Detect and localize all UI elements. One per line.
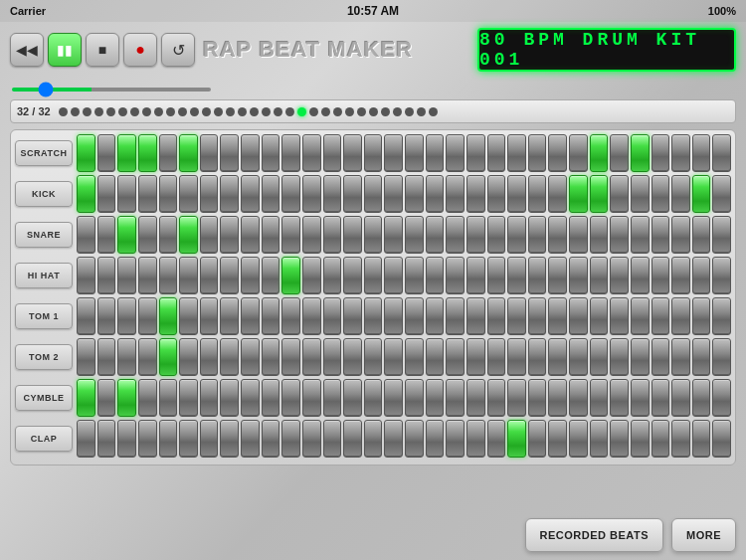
beat-cell[interactable]	[220, 257, 239, 294]
beat-cell[interactable]	[179, 134, 198, 172]
beat-cell[interactable]	[117, 134, 136, 172]
beat-cell[interactable]	[384, 338, 403, 376]
beat-cell[interactable]	[97, 134, 116, 172]
beat-cell[interactable]	[200, 297, 219, 335]
beat-cell[interactable]	[446, 257, 465, 294]
beat-cell[interactable]	[405, 379, 424, 417]
beat-cell[interactable]	[281, 175, 300, 213]
beat-cell[interactable]	[446, 297, 465, 335]
beat-cell[interactable]	[200, 338, 219, 376]
beat-cell[interactable]	[364, 257, 383, 294]
beat-cell[interactable]	[590, 379, 609, 417]
beat-cell[interactable]	[200, 134, 219, 172]
beat-dot[interactable]	[297, 107, 306, 116]
beat-cell[interactable]	[364, 297, 383, 335]
beat-dot[interactable]	[142, 107, 151, 116]
beat-cell[interactable]	[179, 297, 198, 335]
beat-cell[interactable]	[343, 257, 362, 294]
beat-cell[interactable]	[692, 134, 711, 172]
row-label[interactable]: SNARE	[15, 222, 73, 248]
beat-cell[interactable]	[220, 420, 239, 458]
beat-cell[interactable]	[241, 420, 260, 458]
beat-cell[interactable]	[97, 338, 116, 376]
beat-cell[interactable]	[671, 257, 690, 294]
beat-cell[interactable]	[466, 420, 485, 458]
beat-cell[interactable]	[405, 134, 424, 172]
beat-cell[interactable]	[569, 175, 588, 213]
rewind-button[interactable]: ◀◀	[10, 33, 44, 67]
beat-cell[interactable]	[466, 216, 485, 254]
beat-cell[interactable]	[712, 134, 731, 172]
beat-cell[interactable]	[548, 420, 567, 458]
beat-cell[interactable]	[569, 338, 588, 376]
beat-cell[interactable]	[426, 379, 445, 417]
beat-cell[interactable]	[97, 420, 116, 458]
beat-cell[interactable]	[548, 134, 567, 172]
beat-cell[interactable]	[364, 175, 383, 213]
beat-dot[interactable]	[405, 107, 414, 116]
beat-dot[interactable]	[190, 107, 199, 116]
beat-cell[interactable]	[610, 338, 629, 376]
beat-cell[interactable]	[507, 216, 526, 254]
more-button[interactable]: MORE	[671, 518, 736, 552]
beat-dot[interactable]	[333, 107, 342, 116]
beat-cell[interactable]	[241, 297, 260, 335]
beat-cell[interactable]	[712, 175, 731, 213]
beat-cell[interactable]	[220, 297, 239, 335]
beat-cell[interactable]	[159, 297, 178, 335]
beat-cell[interactable]	[200, 216, 219, 254]
beat-cell[interactable]	[241, 257, 260, 294]
beat-cell[interactable]	[241, 134, 260, 172]
record-button[interactable]: ●	[123, 33, 157, 67]
row-label[interactable]: CLAP	[15, 426, 73, 452]
beat-cell[interactable]	[712, 257, 731, 294]
beat-cell[interactable]	[323, 175, 342, 213]
beat-cell[interactable]	[323, 338, 342, 376]
beat-cell[interactable]	[610, 216, 629, 254]
beat-cell[interactable]	[487, 134, 506, 172]
beat-dot[interactable]	[250, 107, 259, 116]
beat-cell[interactable]	[302, 175, 321, 213]
beat-cell[interactable]	[692, 338, 711, 376]
beat-cell[interactable]	[466, 257, 485, 294]
beat-cell[interactable]	[569, 297, 588, 335]
beat-cell[interactable]	[466, 338, 485, 376]
beat-cell[interactable]	[712, 420, 731, 458]
beat-cell[interactable]	[507, 379, 526, 417]
beat-cell[interactable]	[548, 338, 567, 376]
beat-cell[interactable]	[610, 297, 629, 335]
beat-cell[interactable]	[671, 175, 690, 213]
beat-cell[interactable]	[692, 420, 711, 458]
beat-cell[interactable]	[446, 175, 465, 213]
beat-dot[interactable]	[214, 107, 223, 116]
beat-dot[interactable]	[226, 107, 235, 116]
beat-dot[interactable]	[417, 107, 426, 116]
beat-dot[interactable]	[71, 107, 80, 116]
loop-button[interactable]: ↺	[161, 33, 195, 67]
beat-cell[interactable]	[487, 338, 506, 376]
beat-cell[interactable]	[179, 175, 198, 213]
beat-dot[interactable]	[321, 107, 330, 116]
beat-cell[interactable]	[610, 257, 629, 294]
beat-cell[interactable]	[97, 257, 116, 294]
beat-cell[interactable]	[241, 379, 260, 417]
beat-cell[interactable]	[426, 134, 445, 172]
beat-cell[interactable]	[466, 379, 485, 417]
beat-cell[interactable]	[631, 297, 650, 335]
beat-cell[interactable]	[302, 216, 321, 254]
beat-cell[interactable]	[77, 420, 95, 458]
beat-cell[interactable]	[343, 175, 362, 213]
beat-cell[interactable]	[179, 338, 198, 376]
beat-cell[interactable]	[384, 297, 403, 335]
stop-button[interactable]: ■	[86, 33, 119, 67]
beat-cell[interactable]	[384, 379, 403, 417]
beat-cell[interactable]	[426, 297, 445, 335]
beat-cell[interactable]	[652, 338, 670, 376]
beat-cell[interactable]	[405, 216, 424, 254]
beat-cell[interactable]	[446, 420, 465, 458]
beat-cell[interactable]	[364, 379, 383, 417]
beat-cell[interactable]	[590, 216, 609, 254]
beat-cell[interactable]	[302, 379, 321, 417]
beat-cell[interactable]	[179, 257, 198, 294]
beat-cell[interactable]	[426, 420, 445, 458]
